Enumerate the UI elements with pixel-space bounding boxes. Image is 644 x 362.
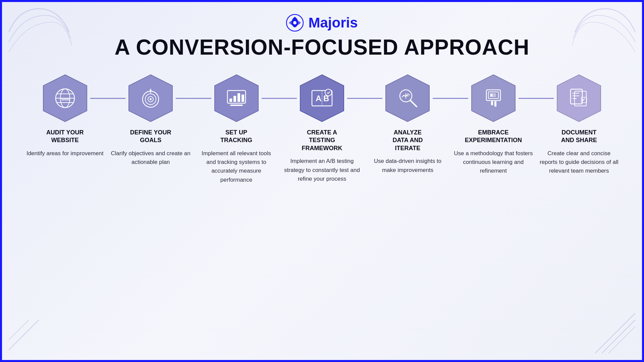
text-tracking: SET UPTRACKING Implement all relevant to… — [194, 129, 279, 184]
title-goals: DEFINE YOURGOALS — [110, 129, 191, 144]
target-icon — [139, 86, 162, 110]
hex-line-audit: www — [22, 73, 108, 123]
svg-rect-25 — [237, 93, 240, 102]
desc-goals: Clarify objectives and create an actiona… — [110, 149, 191, 167]
step-item-goals — [108, 73, 193, 123]
svg-point-18 — [150, 98, 152, 100]
svg-line-0 — [595, 313, 635, 353]
desc-experiment: Use a methodology that fosters continuou… — [453, 149, 533, 176]
hex-line-document — [536, 73, 622, 123]
brand-name: Majoris — [308, 15, 358, 31]
title-analyze: ANALYZEDATA ANDITERATE — [368, 129, 448, 152]
svg-text:A: A — [316, 94, 321, 103]
hex-line-goals — [108, 73, 193, 123]
chart-icon — [225, 86, 248, 110]
step-item-audit: www — [22, 73, 108, 123]
title-tracking: SET UPTRACKING — [196, 129, 276, 144]
steps-section: www — [2, 73, 642, 184]
svg-line-4 — [9, 320, 29, 340]
svg-rect-26 — [241, 95, 244, 102]
globe-icon: www — [53, 86, 77, 110]
document-icon — [567, 86, 591, 110]
hex-line-experiment — [450, 73, 536, 123]
icons-row: www — [22, 73, 622, 123]
hexagon-goals — [125, 73, 176, 123]
svg-line-1 — [602, 320, 635, 353]
main-title: A CONVERSION-FOCUSED APPROACH — [115, 35, 530, 60]
svg-line-3 — [9, 320, 39, 350]
hexagon-tracking — [211, 73, 262, 123]
header: Majoris — [286, 14, 358, 32]
text-audit: AUDIT YOURWEBSITE Identify areas for imp… — [22, 129, 108, 184]
corner-decoration-bl — [5, 316, 46, 357]
svg-text:www: www — [61, 97, 70, 101]
svg-point-6 — [293, 21, 297, 24]
title-testing: CREATE ATESTINGFRAMEWORK — [282, 129, 362, 152]
text-goals: DEFINE YOURGOALS Clarify objectives and … — [108, 129, 193, 184]
hex-line-analyze — [365, 73, 450, 123]
step-item-analyze — [365, 73, 450, 123]
svg-point-33 — [325, 89, 332, 96]
step-item-tracking — [194, 73, 279, 123]
hex-line-testing: A B — [279, 73, 365, 123]
title-audit: AUDIT YOURWEBSITE — [25, 129, 105, 144]
hex-line-tracking — [194, 73, 279, 123]
svg-rect-24 — [233, 96, 236, 102]
title-document: DOCUMENTAND SHARE — [539, 129, 619, 144]
logo-icon — [286, 14, 304, 32]
hexagon-audit: www — [40, 73, 90, 123]
hexagon-analyze — [382, 73, 433, 123]
desc-testing: Implement an A/B testing strategy to con… — [282, 157, 362, 183]
text-experiment: EMBRACEEXPERIMENTATION Use a methodology… — [450, 129, 536, 184]
svg-rect-44 — [494, 101, 496, 107]
svg-rect-45 — [491, 101, 493, 105]
svg-rect-27 — [230, 105, 243, 106]
corner-decoration-tl — [5, 5, 72, 72]
experiment-icon — [482, 86, 505, 110]
desc-analyze: Use data-driven insights to make improve… — [368, 157, 448, 175]
desc-audit: Identify areas for improvement — [25, 149, 105, 158]
ab-icon: A B — [310, 86, 334, 110]
corner-decoration-tr — [572, 5, 639, 72]
svg-rect-23 — [229, 99, 232, 102]
page-wrapper: Majoris A CONVERSION-FOCUSED APPROACH — [0, 0, 644, 362]
desc-tracking: Implement all relevant tools and trackin… — [196, 149, 276, 184]
corner-decoration-br — [588, 306, 639, 357]
step-item-experiment — [450, 73, 536, 123]
title-experiment: EMBRACEEXPERIMENTATION — [453, 129, 533, 144]
hexagon-document — [554, 73, 604, 123]
text-document: DOCUMENTAND SHARE Create clear and conci… — [536, 129, 622, 184]
step-item-testing: A B — [279, 73, 365, 123]
svg-rect-43 — [490, 94, 492, 97]
hexagon-testing: A B — [297, 73, 347, 123]
svg-line-36 — [410, 100, 417, 107]
hexagon-experiment — [468, 73, 519, 123]
desc-document: Create clear and concise reports to guid… — [539, 149, 619, 176]
analyze-icon — [396, 86, 419, 110]
text-testing: CREATE ATESTINGFRAMEWORK Implement an A/… — [279, 129, 365, 184]
svg-line-2 — [608, 326, 635, 353]
step-item-document — [536, 73, 622, 123]
text-row: AUDIT YOURWEBSITE Identify areas for imp… — [22, 129, 622, 184]
text-analyze: ANALYZEDATA ANDITERATE Use data-driven i… — [365, 129, 450, 184]
svg-marker-20 — [150, 88, 152, 90]
